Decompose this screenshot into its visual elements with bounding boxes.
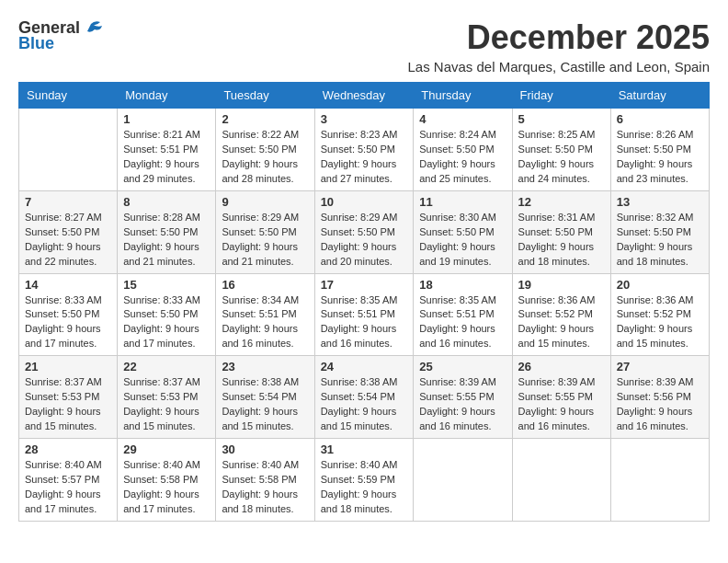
day-number: 13 bbox=[617, 195, 703, 209]
day-number: 12 bbox=[518, 195, 605, 209]
calendar-day-cell: 20Sunrise: 8:36 AM Sunset: 5:52 PM Dayli… bbox=[610, 273, 709, 356]
day-of-week-header: Thursday bbox=[414, 83, 512, 109]
calendar-day-cell: 7Sunrise: 8:27 AM Sunset: 5:50 PM Daylig… bbox=[19, 190, 118, 273]
calendar-week-row: 21Sunrise: 8:37 AM Sunset: 5:53 PM Dayli… bbox=[19, 356, 710, 439]
calendar-day-cell: 25Sunrise: 8:39 AM Sunset: 5:55 PM Dayli… bbox=[414, 356, 512, 439]
calendar-day-cell bbox=[512, 439, 610, 522]
day-number: 31 bbox=[321, 442, 408, 456]
day-number: 7 bbox=[25, 195, 111, 209]
day-info: Sunrise: 8:39 AM Sunset: 5:56 PM Dayligh… bbox=[617, 375, 703, 434]
calendar-day-cell: 1Sunrise: 8:21 AM Sunset: 5:51 PM Daylig… bbox=[118, 109, 216, 191]
day-of-week-header: Wednesday bbox=[314, 83, 414, 109]
day-number: 11 bbox=[419, 195, 506, 209]
day-info: Sunrise: 8:23 AM Sunset: 5:50 PM Dayligh… bbox=[321, 128, 408, 187]
calendar-day-cell: 31Sunrise: 8:40 AM Sunset: 5:59 PM Dayli… bbox=[314, 439, 414, 522]
day-info: Sunrise: 8:38 AM Sunset: 5:54 PM Dayligh… bbox=[321, 375, 408, 434]
day-number: 22 bbox=[123, 360, 210, 373]
day-info: Sunrise: 8:38 AM Sunset: 5:54 PM Dayligh… bbox=[222, 375, 308, 434]
calendar-day-cell: 17Sunrise: 8:35 AM Sunset: 5:51 PM Dayli… bbox=[314, 273, 414, 356]
calendar-day-cell: 23Sunrise: 8:38 AM Sunset: 5:54 PM Dayli… bbox=[216, 356, 314, 439]
calendar-day-cell: 30Sunrise: 8:40 AM Sunset: 5:58 PM Dayli… bbox=[216, 439, 314, 522]
calendar-day-cell: 14Sunrise: 8:33 AM Sunset: 5:50 PM Dayli… bbox=[19, 273, 118, 356]
calendar-day-cell: 2Sunrise: 8:22 AM Sunset: 5:50 PM Daylig… bbox=[216, 109, 314, 191]
page-header: General Blue December 2025 Las Navas del… bbox=[18, 18, 710, 75]
calendar-week-row: 28Sunrise: 8:40 AM Sunset: 5:57 PM Dayli… bbox=[19, 439, 710, 522]
day-number: 26 bbox=[518, 360, 605, 373]
day-info: Sunrise: 8:40 AM Sunset: 5:59 PM Dayligh… bbox=[321, 458, 408, 517]
calendar-day-cell: 15Sunrise: 8:33 AM Sunset: 5:50 PM Dayli… bbox=[118, 273, 216, 356]
day-info: Sunrise: 8:24 AM Sunset: 5:50 PM Dayligh… bbox=[419, 128, 506, 187]
day-number: 24 bbox=[321, 360, 408, 373]
day-info: Sunrise: 8:40 AM Sunset: 5:58 PM Dayligh… bbox=[222, 458, 308, 517]
day-info: Sunrise: 8:33 AM Sunset: 5:50 PM Dayligh… bbox=[25, 293, 111, 352]
day-info: Sunrise: 8:33 AM Sunset: 5:50 PM Dayligh… bbox=[123, 293, 210, 352]
calendar-day-cell bbox=[19, 109, 118, 191]
calendar-table: SundayMondayTuesdayWednesdayThursdayFrid… bbox=[18, 82, 710, 522]
day-info: Sunrise: 8:29 AM Sunset: 5:50 PM Dayligh… bbox=[222, 211, 308, 270]
calendar-week-row: 14Sunrise: 8:33 AM Sunset: 5:50 PM Dayli… bbox=[19, 273, 710, 356]
calendar-day-cell: 9Sunrise: 8:29 AM Sunset: 5:50 PM Daylig… bbox=[216, 190, 314, 273]
day-number: 14 bbox=[25, 278, 111, 292]
calendar-day-cell: 5Sunrise: 8:25 AM Sunset: 5:50 PM Daylig… bbox=[512, 109, 610, 191]
calendar-day-cell: 29Sunrise: 8:40 AM Sunset: 5:58 PM Dayli… bbox=[118, 439, 216, 522]
day-info: Sunrise: 8:32 AM Sunset: 5:50 PM Dayligh… bbox=[617, 211, 703, 270]
day-info: Sunrise: 8:36 AM Sunset: 5:52 PM Dayligh… bbox=[617, 293, 703, 352]
day-info: Sunrise: 8:35 AM Sunset: 5:51 PM Dayligh… bbox=[321, 293, 408, 352]
calendar-day-cell: 11Sunrise: 8:30 AM Sunset: 5:50 PM Dayli… bbox=[414, 190, 512, 273]
day-of-week-header: Monday bbox=[118, 83, 216, 109]
day-number: 1 bbox=[123, 112, 210, 126]
day-info: Sunrise: 8:29 AM Sunset: 5:50 PM Dayligh… bbox=[321, 211, 408, 270]
day-number: 29 bbox=[123, 442, 210, 456]
calendar-day-cell: 3Sunrise: 8:23 AM Sunset: 5:50 PM Daylig… bbox=[314, 109, 414, 191]
day-info: Sunrise: 8:40 AM Sunset: 5:57 PM Dayligh… bbox=[25, 458, 111, 517]
day-number: 8 bbox=[123, 195, 210, 209]
calendar-day-cell: 21Sunrise: 8:37 AM Sunset: 5:53 PM Dayli… bbox=[19, 356, 118, 439]
calendar-week-row: 1Sunrise: 8:21 AM Sunset: 5:51 PM Daylig… bbox=[19, 109, 710, 191]
calendar-day-cell: 10Sunrise: 8:29 AM Sunset: 5:50 PM Dayli… bbox=[314, 190, 414, 273]
title-section: December 2025 Las Navas del Marques, Cas… bbox=[407, 18, 710, 75]
day-info: Sunrise: 8:37 AM Sunset: 5:53 PM Dayligh… bbox=[25, 375, 111, 434]
calendar-day-cell: 22Sunrise: 8:37 AM Sunset: 5:53 PM Dayli… bbox=[118, 356, 216, 439]
day-number: 28 bbox=[25, 442, 111, 456]
day-number: 6 bbox=[617, 112, 703, 126]
calendar-header-row: SundayMondayTuesdayWednesdayThursdayFrid… bbox=[19, 83, 710, 109]
calendar-day-cell: 24Sunrise: 8:38 AM Sunset: 5:54 PM Dayli… bbox=[314, 356, 414, 439]
day-info: Sunrise: 8:40 AM Sunset: 5:58 PM Dayligh… bbox=[123, 458, 210, 517]
calendar-day-cell bbox=[610, 439, 709, 522]
calendar-day-cell: 4Sunrise: 8:24 AM Sunset: 5:50 PM Daylig… bbox=[414, 109, 512, 191]
calendar-day-cell: 26Sunrise: 8:39 AM Sunset: 5:55 PM Dayli… bbox=[512, 356, 610, 439]
day-number: 25 bbox=[419, 360, 506, 373]
day-number: 23 bbox=[222, 360, 308, 373]
day-info: Sunrise: 8:25 AM Sunset: 5:50 PM Dayligh… bbox=[518, 128, 605, 187]
day-number: 18 bbox=[419, 278, 506, 292]
calendar-day-cell: 13Sunrise: 8:32 AM Sunset: 5:50 PM Dayli… bbox=[610, 190, 709, 273]
day-number: 16 bbox=[222, 278, 308, 292]
day-info: Sunrise: 8:39 AM Sunset: 5:55 PM Dayligh… bbox=[419, 375, 506, 434]
location-subtitle: Las Navas del Marques, Castille and Leon… bbox=[407, 59, 710, 75]
day-info: Sunrise: 8:26 AM Sunset: 5:50 PM Dayligh… bbox=[617, 128, 703, 187]
calendar-day-cell: 18Sunrise: 8:35 AM Sunset: 5:51 PM Dayli… bbox=[414, 273, 512, 356]
day-number: 27 bbox=[617, 360, 703, 373]
day-number: 3 bbox=[321, 112, 408, 126]
day-number: 5 bbox=[518, 112, 605, 126]
calendar-day-cell: 6Sunrise: 8:26 AM Sunset: 5:50 PM Daylig… bbox=[610, 109, 709, 191]
day-number: 20 bbox=[617, 278, 703, 292]
day-info: Sunrise: 8:21 AM Sunset: 5:51 PM Dayligh… bbox=[123, 128, 210, 187]
calendar-day-cell: 28Sunrise: 8:40 AM Sunset: 5:57 PM Dayli… bbox=[19, 439, 118, 522]
day-info: Sunrise: 8:22 AM Sunset: 5:50 PM Dayligh… bbox=[222, 128, 308, 187]
calendar-day-cell: 12Sunrise: 8:31 AM Sunset: 5:50 PM Dayli… bbox=[512, 190, 610, 273]
day-info: Sunrise: 8:37 AM Sunset: 5:53 PM Dayligh… bbox=[123, 375, 210, 434]
day-number: 15 bbox=[123, 278, 210, 292]
calendar-day-cell: 19Sunrise: 8:36 AM Sunset: 5:52 PM Dayli… bbox=[512, 273, 610, 356]
day-number: 30 bbox=[222, 442, 308, 456]
day-number: 4 bbox=[419, 112, 506, 126]
day-of-week-header: Friday bbox=[512, 83, 610, 109]
day-number: 10 bbox=[321, 195, 408, 209]
day-info: Sunrise: 8:31 AM Sunset: 5:50 PM Dayligh… bbox=[518, 211, 605, 270]
day-of-week-header: Saturday bbox=[610, 83, 709, 109]
calendar-week-row: 7Sunrise: 8:27 AM Sunset: 5:50 PM Daylig… bbox=[19, 190, 710, 273]
month-title: December 2025 bbox=[407, 18, 710, 57]
logo: General Blue bbox=[18, 18, 104, 53]
day-number: 17 bbox=[321, 278, 408, 292]
day-info: Sunrise: 8:39 AM Sunset: 5:55 PM Dayligh… bbox=[518, 375, 605, 434]
